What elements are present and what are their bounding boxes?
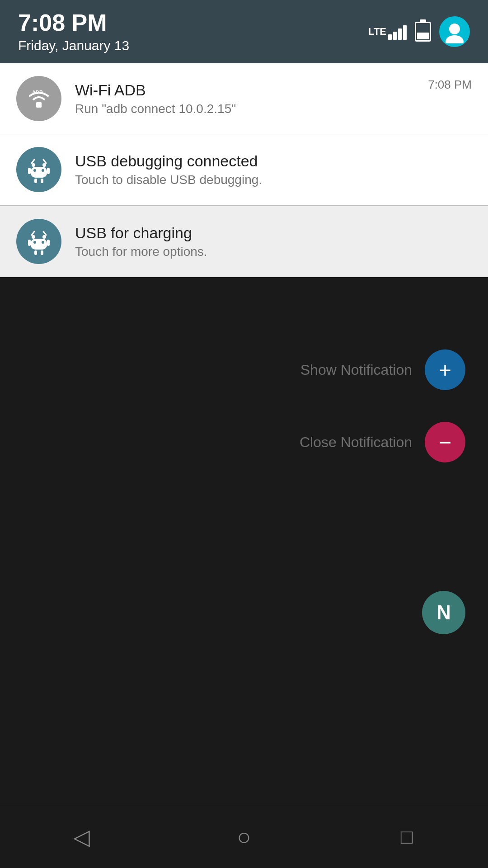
svg-point-7 xyxy=(33,169,36,172)
usb-charging-subtitle: Touch for more options. xyxy=(75,245,472,259)
svg-line-20 xyxy=(32,231,34,235)
plus-icon: + xyxy=(439,358,451,382)
notification-usb-charging[interactable]: USB for charging Touch for more options. xyxy=(0,206,488,277)
android-icon-debugging xyxy=(24,155,53,184)
usb-charging-icon-circle xyxy=(16,219,61,264)
svg-line-10 xyxy=(43,160,46,163)
svg-point-19 xyxy=(42,241,44,244)
signal-bar-1 xyxy=(388,34,392,40)
avatar-svg xyxy=(443,20,466,43)
svg-point-5 xyxy=(42,163,46,167)
usb-debugging-content: USB debugging connected Touch to disable… xyxy=(75,152,472,188)
wifi-adb-icon-circle: ADB xyxy=(16,76,61,121)
home-icon: ○ xyxy=(237,823,251,850)
close-notification-row: Close Notification − xyxy=(300,422,465,462)
signal-bar-4 xyxy=(403,25,407,40)
svg-rect-14 xyxy=(41,179,43,183)
close-notification-button[interactable]: − xyxy=(425,422,465,462)
svg-rect-6 xyxy=(31,167,47,178)
svg-rect-12 xyxy=(47,168,50,174)
status-time-block: 7:08 PM Friday, January 13 xyxy=(18,10,129,53)
svg-point-1 xyxy=(446,35,464,43)
usb-charging-content: USB for charging Touch for more options. xyxy=(75,224,472,259)
svg-rect-22 xyxy=(28,240,31,246)
android-icon-charging xyxy=(24,227,53,256)
svg-point-0 xyxy=(449,24,460,34)
notification-usb-debugging[interactable]: USB debugging connected Touch to disable… xyxy=(0,134,488,205)
lte-label: LTE xyxy=(368,26,386,38)
svg-rect-23 xyxy=(47,240,50,246)
svg-rect-25 xyxy=(41,250,43,255)
battery-icon xyxy=(415,22,431,42)
signal-bar-2 xyxy=(393,32,397,40)
wifi-adb-time: 7:08 PM xyxy=(428,76,472,92)
home-button[interactable]: ○ xyxy=(226,819,262,855)
nav-bar: ◁ ○ □ xyxy=(0,805,488,868)
usb-debugging-icon-circle xyxy=(16,147,61,192)
wifi-adb-subtitle: Run "adb connect 10.0.2.15" xyxy=(75,102,428,116)
svg-point-8 xyxy=(42,169,44,172)
svg-rect-24 xyxy=(34,250,37,255)
user-avatar[interactable] xyxy=(439,16,470,47)
minus-icon: − xyxy=(439,430,451,455)
svg-line-21 xyxy=(43,231,46,235)
svg-text:ADB: ADB xyxy=(32,90,43,95)
main-fab-button[interactable]: N xyxy=(422,591,465,634)
back-icon: ◁ xyxy=(73,824,90,849)
signal-bars xyxy=(388,24,407,40)
signal-bar-3 xyxy=(398,28,402,40)
svg-rect-13 xyxy=(34,179,37,183)
close-notification-label: Close Notification xyxy=(300,434,412,451)
status-bar: 7:08 PM Friday, January 13 LTE xyxy=(0,0,488,63)
recents-button[interactable]: □ xyxy=(389,819,425,855)
wifi-adb-title: Wi-Fi ADB xyxy=(75,81,428,99)
notification-wifi-adb[interactable]: ADB Wi-Fi ADB Run "adb connect 10.0.2.15… xyxy=(0,63,488,134)
usb-debugging-subtitle: Touch to disable USB debugging. xyxy=(75,173,472,187)
notifications-container: ADB Wi-Fi ADB Run "adb connect 10.0.2.15… xyxy=(0,63,488,277)
svg-rect-17 xyxy=(31,239,47,250)
usb-debugging-title: USB debugging connected xyxy=(75,152,472,170)
usb-charging-title: USB for charging xyxy=(75,224,472,242)
show-notification-button[interactable]: + xyxy=(425,349,465,390)
back-button[interactable]: ◁ xyxy=(63,819,99,855)
lte-signal-icon: LTE xyxy=(368,24,407,40)
time-display: 7:08 PM xyxy=(18,10,129,36)
status-icons: LTE xyxy=(368,16,470,47)
battery-fill xyxy=(417,33,429,39)
recents-icon: □ xyxy=(401,826,413,848)
svg-rect-11 xyxy=(28,168,31,174)
svg-point-4 xyxy=(32,163,35,167)
wifi-adb-content: Wi-Fi ADB Run "adb connect 10.0.2.15" xyxy=(75,81,428,117)
svg-point-15 xyxy=(32,235,35,239)
wifi-adb-icon: ADB xyxy=(25,85,52,112)
date-display: Friday, January 13 xyxy=(18,38,129,53)
svg-point-18 xyxy=(33,241,36,244)
show-notification-label: Show Notification xyxy=(300,362,412,378)
svg-rect-2 xyxy=(36,102,42,108)
dark-area: Show Notification + Close Notification −… xyxy=(0,277,488,752)
svg-point-16 xyxy=(42,235,46,239)
show-notification-row: Show Notification + xyxy=(300,349,465,390)
main-fab-label: N xyxy=(436,601,451,624)
svg-line-9 xyxy=(32,160,34,163)
